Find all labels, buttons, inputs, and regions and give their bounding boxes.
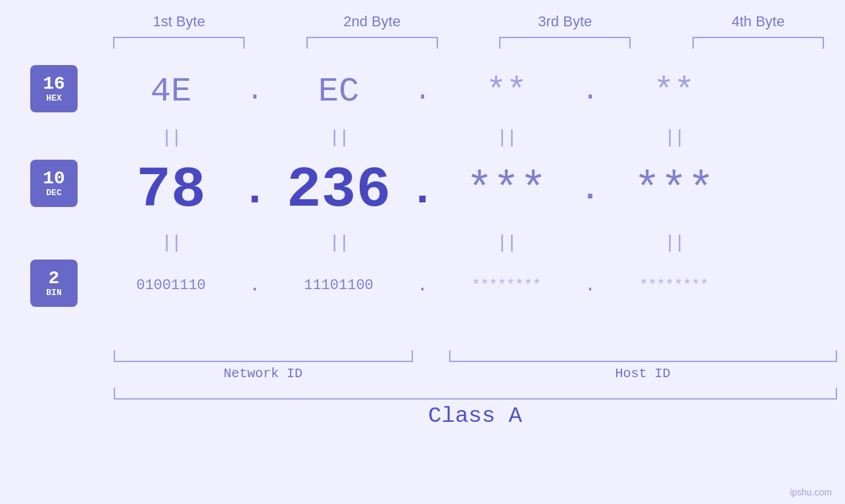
dec-sep3: . [572,172,608,208]
dec-data-row: 78 . 236 . *** . *** [105,154,845,226]
bin-b1: 01001110 [105,277,237,294]
badges-column: 16 HEX 10 DEC 2 BIN [0,62,105,346]
eq1-b2: || [273,127,404,148]
dec-b2: 236 [273,158,404,223]
class-label: Class A [114,403,837,428]
byte2-header: 2nd Byte [306,13,438,30]
bracket-b3 [499,37,631,49]
hex-b2: EC [273,72,404,111]
dec-sep2: . [404,165,441,216]
bracket-b4 [692,37,824,49]
dec-badge-label: DEC [46,188,61,198]
byte4-header: 4th Byte [692,13,824,30]
network-bracket [114,350,413,362]
bin-sep3: . [572,275,608,296]
eq2-b4: || [608,233,740,253]
top-brackets [107,37,831,49]
rows-wrapper: 16 HEX 10 DEC 2 BIN 4E . [0,62,845,346]
byte1-header: 1st Byte [113,13,245,30]
bin-badge-label: BIN [46,288,61,298]
dec-b1: 78 [105,158,237,223]
eq1-b4: || [608,127,740,148]
bin-b2: 11101100 [273,277,404,294]
eq-row-1: || || || || [105,121,845,154]
bottom-section: Network ID Host ID Class A [114,350,837,428]
eq2-b1: || [105,233,237,253]
eq1-b3: || [441,127,572,148]
bracket-b2 [306,37,438,49]
hex-b4: ** [608,72,740,111]
bin-b3: ******** [441,277,572,294]
byte3-header: 3rd Byte [499,13,631,30]
bracket-b1 [113,37,245,49]
bin-badge: 2 BIN [30,260,78,307]
main-container: 1st Byte 2nd Byte 3rd Byte 4th Byte 16 H… [0,0,845,504]
network-id-label: Network ID [114,366,413,381]
bin-badge-number: 2 [49,269,60,288]
bottom-brackets [114,350,837,362]
hex-sep1: . [237,76,273,107]
byte-headers: 1st Byte 2nd Byte 3rd Byte 4th Byte [107,13,831,30]
dec-sep1: . [237,165,273,216]
id-label-gap [413,366,449,381]
dec-badge: 10 DEC [30,160,78,207]
hex-badge-number: 16 [43,75,65,93]
host-id-label: Host ID [449,366,837,381]
data-columns: 4E . EC . ** . ** [105,62,845,346]
hex-badge-label: HEX [46,93,61,103]
bin-sep2: . [404,275,441,296]
class-bracket [114,388,837,400]
id-labels: Network ID Host ID [114,366,837,381]
host-bracket [449,350,837,362]
bin-data-row: 01001110 . 11101100 . ******** . [105,259,845,311]
bin-b4: ******** [608,277,740,294]
eq2-b2: || [273,233,404,253]
hex-badge: 16 HEX [30,65,78,112]
hex-data-row: 4E . EC . ** . ** [105,62,845,121]
bin-sep1: . [237,275,273,296]
hex-b1: 4E [105,72,237,111]
eq1-b1: || [105,127,237,148]
hex-sep2: . [404,76,441,107]
dec-badge-number: 10 [43,170,65,188]
eq-row-2: || || || || [105,226,845,259]
eq2-b3: || [441,233,572,253]
hex-sep3: . [572,76,608,107]
dec-b4: *** [608,165,740,216]
dec-b3: *** [441,165,572,216]
watermark: ipshu.com [790,487,832,497]
hex-b3: ** [441,72,572,111]
